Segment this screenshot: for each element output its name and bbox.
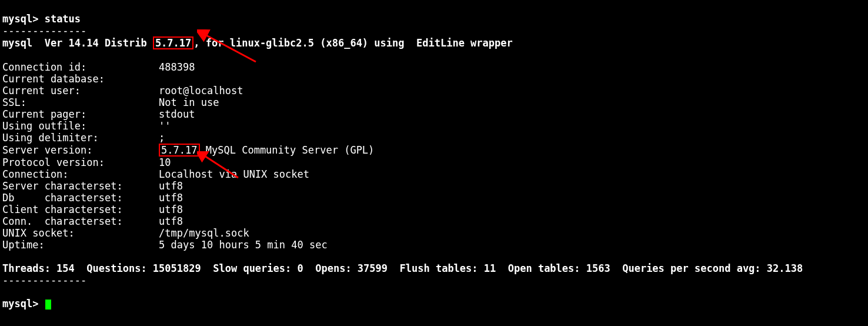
value: '' <box>159 120 171 132</box>
label: Client characterset: <box>2 204 159 215</box>
label: Server version: <box>2 144 159 156</box>
stats-line: Threads: 154 Questions: 15051829 Slow qu… <box>2 262 803 274</box>
version-line-before: mysql Ver 14.14 Distrib <box>2 37 153 49</box>
label: Uptime: <box>2 239 159 251</box>
label: Current database: <box>2 73 159 85</box>
value: 488398 <box>159 61 195 73</box>
mysql-prompt-2[interactable]: mysql> <box>2 298 51 310</box>
version-line-after: , for linux-glibc2.5 (x86_64) using Edit… <box>193 37 512 49</box>
value-after: MySQL Community Server (GPL) <box>200 144 375 156</box>
dashes-top: -------------- <box>2 25 86 36</box>
row-unix-socket: UNIX socket: /tmp/mysql.sock <box>2 227 249 239</box>
row-db-charset: Db characterset: utf8 <box>2 192 183 204</box>
row-server-version: Server version: 5.7.17 MySQL Community S… <box>2 144 374 156</box>
label: Connection id: <box>2 61 159 73</box>
row-connection: Connection: Localhost via UNIX socket <box>2 168 309 180</box>
status-command: status <box>45 13 81 25</box>
row-client-charset: Client characterset: utf8 <box>2 204 183 215</box>
value: Not in use <box>159 97 219 108</box>
value: 10 <box>159 157 171 168</box>
value: utf8 <box>159 204 183 215</box>
dashes-bottom: -------------- <box>2 274 86 286</box>
mysql-prompt-1: mysql> status <box>2 13 81 25</box>
label: SSL: <box>2 97 159 108</box>
value: ; <box>159 132 165 144</box>
label: Current pager: <box>2 108 159 120</box>
value: 5 days 10 hours 5 min 40 sec <box>159 239 328 251</box>
label: Connection: <box>2 168 159 180</box>
row-conn-charset: Conn. characterset: utf8 <box>2 215 183 227</box>
label: Server characterset: <box>2 180 159 192</box>
row-current-database: Current database: <box>2 73 159 85</box>
value: /tmp/mysql.sock <box>159 227 249 239</box>
label: Using outfile: <box>2 120 159 132</box>
value: utf8 <box>159 192 183 204</box>
row-using-delimiter: Using delimiter: ; <box>2 132 165 144</box>
row-server-charset: Server characterset: utf8 <box>2 180 183 192</box>
terminal-output: mysql> status -------------- mysql Ver 1… <box>0 0 868 326</box>
label: Conn. characterset: <box>2 215 159 227</box>
label: UNIX socket: <box>2 227 159 239</box>
value: stdout <box>159 108 195 120</box>
label: Db characterset: <box>2 192 159 204</box>
row-uptime: Uptime: 5 days 10 hours 5 min 40 sec <box>2 239 328 251</box>
value: utf8 <box>159 180 183 192</box>
cursor-icon <box>45 300 51 310</box>
label: Using delimiter: <box>2 132 159 144</box>
value: Localhost via UNIX socket <box>159 168 309 180</box>
version-highlight-1: 5.7.17 <box>153 36 193 49</box>
row-connection-id: Connection id: 488398 <box>2 61 195 73</box>
value: root@localhost <box>159 85 243 97</box>
version-highlight-2: 5.7.17 <box>159 144 199 157</box>
row-current-user: Current user: root@localhost <box>2 85 243 97</box>
row-using-outfile: Using outfile: '' <box>2 120 171 132</box>
row-protocol-version: Protocol version: 10 <box>2 157 171 168</box>
row-ssl: SSL: Not in use <box>2 97 219 108</box>
value: utf8 <box>159 215 183 227</box>
row-current-pager: Current pager: stdout <box>2 108 195 120</box>
label: Protocol version: <box>2 157 159 168</box>
label: Current user: <box>2 85 159 97</box>
